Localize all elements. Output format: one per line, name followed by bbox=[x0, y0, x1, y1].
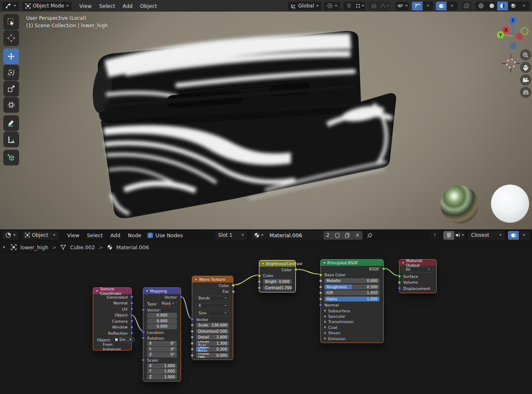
socket-row-reflection[interactable]: Reflection bbox=[93, 330, 131, 336]
go-to-parent-node-tree-button[interactable]: ↑ bbox=[430, 231, 440, 240]
snap-settings-dropdown[interactable] bbox=[354, 2, 365, 10]
mode-dropdown[interactable]: Object Mode bbox=[22, 2, 72, 10]
shading-settings-dropdown[interactable] bbox=[519, 2, 530, 10]
overlays-settings-dropdown[interactable] bbox=[447, 2, 457, 10]
socket-row-volume[interactable]: Volume bbox=[399, 280, 436, 286]
node-header[interactable]: Texture Coordinate bbox=[93, 288, 131, 294]
browse-material-dropdown[interactable] bbox=[251, 231, 266, 240]
output-socket-color[interactable] bbox=[232, 284, 235, 287]
input-socket-detail-scale[interactable] bbox=[191, 342, 194, 345]
socket-row-uv[interactable]: UV bbox=[93, 306, 131, 312]
output-socket-uv[interactable] bbox=[130, 307, 133, 311]
pivot-point-dropdown[interactable] bbox=[324, 2, 340, 10]
socket-row-bsdf-out[interactable]: BSDF bbox=[321, 266, 383, 272]
node-texture-coordinate[interactable]: Texture Coordinate Generated Normal UV O… bbox=[93, 287, 132, 350]
from-instancer-checkbox[interactable] bbox=[97, 345, 101, 349]
tool-cursor[interactable] bbox=[3, 30, 19, 46]
tool-annotate[interactable] bbox=[3, 115, 19, 131]
gizmo-y-negative[interactable] bbox=[521, 28, 528, 35]
node-header[interactable]: Principled BSDF bbox=[321, 260, 383, 266]
detail-scale-slider[interactable]: Detail Scal1.300 bbox=[196, 341, 229, 346]
zoom-button[interactable] bbox=[520, 49, 531, 61]
output-socket-object[interactable] bbox=[130, 314, 133, 317]
input-socket-vector[interactable] bbox=[142, 308, 145, 311]
metallic-slider[interactable]: Metallic0.000 bbox=[324, 278, 380, 283]
menu-select[interactable]: Select bbox=[95, 2, 119, 10]
input-socket-scale[interactable] bbox=[191, 323, 194, 327]
editor-type-button[interactable] bbox=[2, 2, 19, 10]
rotation-x-field[interactable]: X0° bbox=[147, 341, 177, 346]
socket-row-normal[interactable]: Normal bbox=[93, 300, 131, 306]
socket-row-normal[interactable]: Normal bbox=[321, 302, 383, 308]
material-users-count-button[interactable]: 2 bbox=[324, 231, 333, 240]
vector-input-row[interactable]: Vector bbox=[192, 317, 233, 322]
wave-type-dropdown[interactable]: Bands bbox=[196, 296, 229, 301]
show-overlays-toggle[interactable] bbox=[436, 2, 447, 10]
socket-row-color-out[interactable]: Color bbox=[259, 267, 295, 273]
node-header[interactable]: Brightness/Contrast bbox=[259, 260, 295, 267]
node-wave-texture[interactable]: Wave Texture Color Fac Bands X Sine Vect… bbox=[192, 276, 233, 360]
node-mapping[interactable]: Mapping Vector Type: Point Vector: 0.000… bbox=[143, 287, 181, 382]
vector-y-field[interactable]: 0.000 bbox=[147, 319, 177, 324]
output-socket-reflection[interactable] bbox=[130, 331, 133, 335]
distortion-slider[interactable]: Distortion0.500 bbox=[196, 329, 229, 334]
gizmo-z-negative[interactable] bbox=[510, 43, 517, 50]
3d-viewport[interactable]: User Perspective (Local) (1) Scene Colle… bbox=[0, 12, 532, 229]
snap-target-dropdown[interactable]: Closest bbox=[468, 231, 505, 240]
socket-row-fac-out[interactable]: Fac bbox=[192, 289, 233, 295]
path-mesh-name[interactable]: Cube.002 bbox=[70, 244, 95, 251]
input-socket-ior[interactable] bbox=[319, 291, 322, 294]
input-socket-volume[interactable] bbox=[398, 281, 401, 284]
show-object-types-dropdown[interactable] bbox=[396, 2, 409, 10]
collapse-icon[interactable] bbox=[195, 279, 197, 280]
material-name-field[interactable]: Material.006 bbox=[266, 231, 324, 240]
rotation-z-field[interactable]: Z0° bbox=[147, 352, 177, 358]
path-object-name[interactable]: lower_high bbox=[20, 244, 48, 251]
show-gizmo-toggle[interactable] bbox=[412, 2, 423, 10]
socket-row-displacement[interactable]: Displacement bbox=[399, 285, 436, 292]
fake-user-button[interactable] bbox=[332, 231, 342, 240]
location-row[interactable]: Location bbox=[143, 329, 181, 336]
input-socket-base-color[interactable] bbox=[319, 273, 322, 277]
socket-row-camera[interactable]: Camera bbox=[93, 318, 131, 324]
wave-profile-dropdown[interactable]: Sine bbox=[196, 311, 229, 316]
tool-add-cube[interactable] bbox=[3, 150, 19, 165]
proportional-falloff-dropdown[interactable] bbox=[379, 2, 390, 10]
output-socket-camera[interactable] bbox=[130, 319, 133, 323]
node-snap-element-dropdown[interactable] bbox=[454, 231, 465, 240]
input-socket-alpha[interactable] bbox=[319, 297, 322, 301]
pin-toggle[interactable] bbox=[367, 232, 373, 238]
section-subsurface[interactable]: Subsurface bbox=[321, 308, 383, 314]
shading-solid-button[interactable] bbox=[486, 2, 497, 10]
output-socket-vector[interactable] bbox=[179, 295, 183, 299]
socket-row-base-color[interactable]: Base Color bbox=[321, 272, 383, 278]
socket-row-object[interactable]: Object bbox=[93, 312, 131, 319]
output-socket-bsdf[interactable] bbox=[382, 267, 385, 270]
gizmo-x-negative[interactable] bbox=[516, 33, 523, 40]
tool-rotate[interactable] bbox=[3, 65, 19, 80]
detail-slider[interactable]: Detail2.800 bbox=[196, 335, 229, 340]
input-socket-location[interactable] bbox=[142, 331, 145, 334]
input-socket-metallic[interactable] bbox=[319, 279, 322, 282]
ior-slider[interactable]: IOR1.450 bbox=[324, 290, 380, 295]
scale-slider[interactable]: Scale136.600 bbox=[196, 323, 229, 328]
use-nodes-checkbox[interactable]: ✓ bbox=[148, 233, 153, 238]
mapping-type-dropdown[interactable]: Point bbox=[159, 301, 177, 306]
snap-magnet-toggle[interactable] bbox=[343, 2, 354, 10]
input-socket-displacement[interactable] bbox=[398, 287, 401, 290]
detail-roughness-slider[interactable]: Detail Roug0.300 bbox=[196, 347, 229, 352]
wave-axis-dropdown[interactable]: X bbox=[196, 303, 229, 309]
rotation-y-field[interactable]: Y0° bbox=[147, 347, 177, 352]
section-specular[interactable]: Specular bbox=[321, 314, 383, 319]
node-menu-view[interactable]: View bbox=[63, 231, 83, 240]
socket-row-surface[interactable]: Surface bbox=[399, 273, 436, 280]
tool-measure[interactable] bbox=[3, 131, 19, 147]
camera-view-button[interactable] bbox=[520, 74, 531, 85]
material-slot-dropdown[interactable]: Slot 1 bbox=[215, 231, 247, 240]
vector-x-field[interactable]: 0.000 bbox=[147, 313, 177, 318]
output-target-dropdown[interactable]: All bbox=[403, 267, 433, 272]
input-socket-rotation[interactable] bbox=[142, 336, 145, 340]
input-socket-distortion[interactable] bbox=[191, 330, 194, 333]
input-socket-detail-roughness[interactable] bbox=[191, 348, 194, 351]
collapse-icon[interactable] bbox=[262, 263, 264, 264]
